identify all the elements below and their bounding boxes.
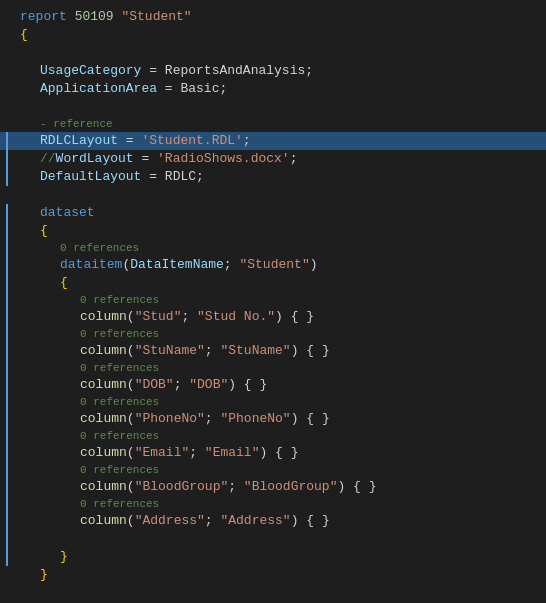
token-ref-comment: 0 references (80, 326, 159, 342)
token-bracket: { (60, 274, 68, 292)
code-line: dataitem(DataItemName; "Student") (0, 256, 546, 274)
line-content: RDLCLayout = 'Student.RDL'; (14, 132, 546, 150)
token-str: "Email" (205, 444, 260, 462)
token-white: ) { } (291, 342, 330, 360)
token-str: "BloodGroup" (244, 478, 338, 496)
token-white: ; (219, 80, 227, 98)
line-gutter (0, 80, 14, 98)
token-white: ) { } (228, 376, 267, 394)
line-gutter (0, 342, 14, 360)
token-ref-comment: - reference (40, 116, 113, 132)
token-white: ) (310, 256, 318, 274)
token-ref-comment: 0 references (80, 360, 159, 376)
token-str: 'Student.RDL' (141, 132, 242, 150)
code-line: { (0, 26, 546, 44)
line-content: 0 references (14, 496, 546, 512)
token-white (114, 8, 122, 26)
line-gutter (0, 462, 14, 478)
token-str: "BloodGroup" (135, 478, 229, 496)
token-str: "Address" (135, 512, 205, 530)
code-line (0, 44, 546, 62)
code-line: column("StuName"; "StuName") { } (0, 342, 546, 360)
token-white: RDLC (165, 168, 196, 186)
token-fn: column (80, 478, 127, 496)
line-content: column("BloodGroup"; "BloodGroup") { } (14, 478, 546, 496)
token-str: "Student" (121, 8, 191, 26)
line-gutter (0, 186, 14, 204)
line-content: column("Email"; "Email") { } (14, 444, 546, 462)
token-ref-comment: 0 references (80, 462, 159, 478)
code-line: 0 references (0, 292, 546, 308)
line-content: 0 references (14, 428, 546, 444)
token-bracket: } (60, 548, 68, 566)
line-gutter (0, 496, 14, 512)
code-line: 0 references (0, 462, 546, 478)
token-white: ; (181, 308, 197, 326)
line-gutter (0, 444, 14, 462)
code-line: } (0, 566, 546, 584)
code-line: 0 references (0, 326, 546, 342)
line-content: { (14, 26, 546, 44)
line-content: - reference (14, 116, 546, 132)
line-content (14, 186, 546, 204)
code-line: column("DOB"; "DOB") { } (0, 376, 546, 394)
line-gutter (0, 530, 14, 548)
token-prop: ApplicationArea (40, 80, 157, 98)
line-content: 0 references (14, 240, 546, 256)
token-ref-comment: 0 references (80, 292, 159, 308)
line-gutter (0, 428, 14, 444)
token-white: ) { } (291, 410, 330, 428)
token-white: ; (290, 150, 298, 168)
code-line: column("BloodGroup"; "BloodGroup") { } (0, 478, 546, 496)
token-kw: report (20, 8, 67, 26)
token-white: = (134, 150, 157, 168)
line-gutter (0, 566, 14, 584)
line-gutter (0, 204, 14, 222)
code-editor: report 50109 "Student"{UsageCategory = R… (0, 0, 546, 592)
token-num: 50109 (75, 8, 114, 26)
line-gutter (0, 44, 14, 62)
line-content: 0 references (14, 326, 546, 342)
token-white: = (118, 132, 141, 150)
line-content: DefaultLayout = RDLC; (14, 168, 546, 186)
token-white: ; (174, 376, 190, 394)
code-line: column("Stud"; "Stud No.") { } (0, 308, 546, 326)
line-gutter (0, 394, 14, 410)
token-white: ( (127, 444, 135, 462)
token-white: ) { } (337, 478, 376, 496)
code-line: column("PhoneNo"; "PhoneNo") { } (0, 410, 546, 428)
line-content: column("DOB"; "DOB") { } (14, 376, 546, 394)
token-white: ; (205, 342, 221, 360)
token-white: ( (127, 410, 135, 428)
token-white: ReportsAndAnalysis (165, 62, 305, 80)
token-prop: UsageCategory (40, 62, 141, 80)
line-gutter (0, 240, 14, 256)
line-gutter (0, 26, 14, 44)
line-gutter (0, 168, 14, 186)
line-content: column("PhoneNo"; "PhoneNo") { } (14, 410, 546, 428)
line-content: report 50109 "Student" (14, 8, 546, 26)
token-fn: column (80, 342, 127, 360)
token-white: ) { } (259, 444, 298, 462)
line-gutter (0, 512, 14, 530)
line-content: 0 references (14, 462, 546, 478)
line-gutter (0, 8, 14, 26)
token-white: ; (196, 168, 204, 186)
code-line: column("Address"; "Address") { } (0, 512, 546, 530)
line-content: } (14, 566, 546, 584)
token-white: ; (205, 512, 221, 530)
line-gutter (0, 274, 14, 292)
line-gutter (0, 326, 14, 342)
token-str: "Email" (135, 444, 190, 462)
token-white: ; (205, 410, 221, 428)
token-white (67, 8, 75, 26)
token-str: "Student" (239, 256, 309, 274)
line-gutter (0, 292, 14, 308)
token-white: ) { } (275, 308, 314, 326)
code-line: { (0, 274, 546, 292)
token-white: ( (127, 376, 135, 394)
token-white: ( (127, 342, 135, 360)
code-line: ApplicationArea = Basic; (0, 80, 546, 98)
line-content: 0 references (14, 394, 546, 410)
token-str: "StuName" (220, 342, 290, 360)
